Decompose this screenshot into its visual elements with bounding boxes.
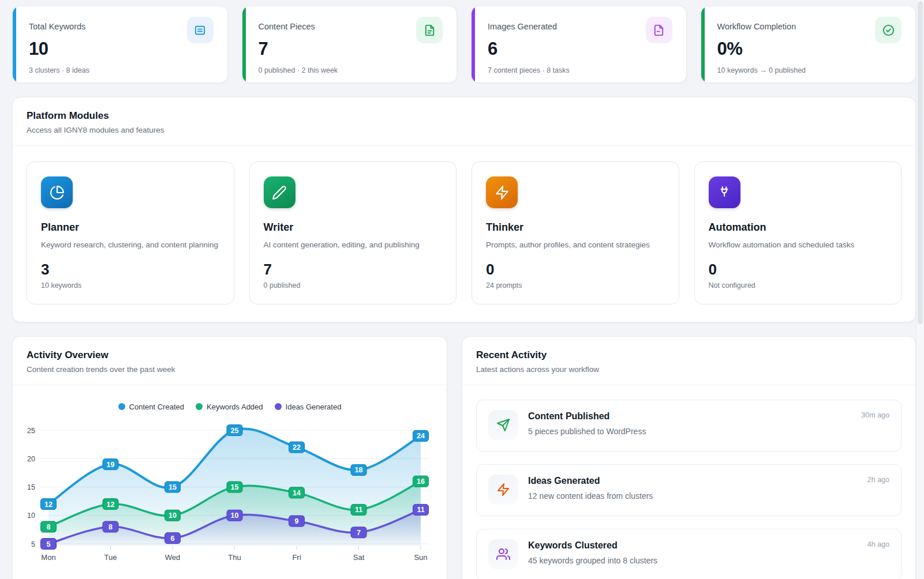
stat-value: 10 — [29, 39, 214, 59]
module-count: 7 — [264, 261, 443, 279]
pencil-icon — [264, 176, 295, 208]
activity-description: 45 keywords grouped into 8 clusters — [528, 556, 657, 565]
lightning-icon — [486, 176, 518, 208]
activity-title: Ideas Generated — [528, 476, 653, 486]
activity-title: Content Published — [528, 411, 646, 422]
stat-title: Images Generated — [488, 22, 557, 31]
module-card-automation[interactable]: Automation Workflow automation and sched… — [694, 161, 902, 304]
svg-text:Sun: Sun — [414, 553, 427, 562]
legend-label: Ideas Generated — [286, 403, 342, 411]
activity-item-content-published[interactable]: Content Published 5 pieces published to … — [476, 400, 901, 452]
module-count: 0 — [709, 261, 888, 279]
module-name: Writer — [264, 221, 443, 234]
recent-activity-subtitle: Latest actions across your workflow — [476, 365, 901, 374]
recent-activity-title: Recent Activity — [476, 349, 901, 361]
module-card-planner[interactable]: Planner Keyword research, clustering, an… — [27, 161, 234, 304]
legend-label: Content Created — [129, 403, 184, 411]
activity-timestamp: 2h ago — [867, 476, 889, 484]
stat-accent-bar — [472, 6, 475, 82]
stat-subtitle: 3 clusters · 8 ideas — [29, 66, 214, 74]
svg-text:25: 25 — [231, 426, 239, 434]
module-description: Prompts, author profiles, and content st… — [486, 239, 665, 251]
module-sub-label: 24 prompts — [486, 281, 665, 290]
activity-item-keywords-clustered[interactable]: Keywords Clustered 45 keywords grouped i… — [476, 529, 901, 579]
activity-trend-chart: 510152025MonTueWedThuFriSatSun1219152522… — [18, 416, 442, 579]
svg-text:Wed: Wed — [165, 553, 181, 562]
scrollbar-thumb[interactable] — [918, 1, 923, 324]
svg-text:Mon: Mon — [41, 553, 55, 562]
svg-text:Sat: Sat — [353, 553, 365, 562]
modules-title: Platform Modules — [27, 110, 901, 122]
svg-text:12: 12 — [107, 500, 115, 508]
recent-activity-panel: Recent Activity Latest actions across yo… — [462, 336, 916, 579]
svg-text:10: 10 — [27, 512, 35, 520]
svg-text:15: 15 — [231, 483, 239, 491]
stat-subtitle: 0 published · 2 this week — [259, 66, 443, 74]
stat-card-images-generated: Images Generated 6 7 content pieces · 8 … — [471, 6, 687, 83]
recent-activity-list: Content Published 5 pieces published to … — [462, 385, 915, 579]
pie-chart-icon — [41, 176, 73, 208]
dashboard-page: Total Keywords 10 3 clusters · 8 ideas C… — [0, 0, 924, 579]
stat-title: Total Keywords — [29, 22, 85, 31]
activity-description: 12 new content ideas from clusters — [528, 491, 653, 501]
activity-overview-subtitle: Content creation trends over the past we… — [27, 365, 433, 374]
list-icon — [187, 17, 214, 43]
legend-dot-green — [196, 403, 203, 410]
svg-text:15: 15 — [169, 483, 177, 491]
svg-text:10: 10 — [231, 512, 239, 520]
activity-overview-title: Activity Overview — [27, 349, 433, 361]
stat-card-content-pieces: Content Pieces 7 0 published · 2 this we… — [242, 6, 458, 83]
file-text-icon — [416, 17, 443, 43]
svg-text:6: 6 — [171, 535, 175, 543]
legend-item-ideas-generated[interactable]: Ideas Generated — [275, 403, 342, 411]
svg-text:11: 11 — [355, 506, 362, 514]
stat-accent-bar — [701, 6, 705, 82]
stat-card-workflow-completion: Workflow Completion 0% 10 keywords → 0 p… — [701, 6, 916, 83]
svg-text:8: 8 — [109, 523, 113, 531]
svg-text:20: 20 — [27, 455, 35, 463]
module-name: Planner — [41, 221, 220, 234]
svg-text:22: 22 — [293, 443, 301, 452]
modules-grid: Planner Keyword research, clustering, an… — [13, 146, 915, 322]
svg-text:25: 25 — [27, 426, 35, 434]
svg-text:5: 5 — [31, 540, 35, 548]
svg-text:14: 14 — [293, 489, 301, 497]
svg-text:12: 12 — [44, 500, 53, 508]
svg-text:8: 8 — [47, 523, 51, 531]
activity-title: Keywords Clustered — [528, 540, 657, 551]
activity-overview-panel: Activity Overview Content creation trend… — [12, 336, 447, 579]
stats-row: Total Keywords 10 3 clusters · 8 ideas C… — [12, 6, 916, 83]
vertical-scrollbar[interactable] — [916, 0, 924, 579]
send-icon — [488, 410, 518, 440]
module-card-thinker[interactable]: Thinker Prompts, author profiles, and co… — [472, 161, 679, 304]
module-count: 3 — [41, 261, 220, 279]
stat-value: 6 — [488, 39, 672, 59]
svg-text:Thu: Thu — [228, 553, 241, 562]
svg-text:7: 7 — [357, 529, 361, 537]
legend-dot-blue — [118, 403, 125, 410]
svg-text:19: 19 — [107, 461, 115, 469]
svg-text:10: 10 — [169, 512, 177, 520]
stat-title: Content Pieces — [259, 22, 315, 31]
module-description: Keyword research, clustering, and conten… — [41, 239, 220, 251]
legend-item-content-created[interactable]: Content Created — [118, 403, 184, 411]
legend-item-keywords-added[interactable]: Keywords Added — [196, 403, 263, 411]
svg-text:24: 24 — [417, 432, 425, 440]
svg-text:15: 15 — [27, 483, 35, 491]
stat-subtitle: 10 keywords → 0 published — [717, 66, 902, 74]
file-image-icon — [646, 17, 672, 43]
activity-item-ideas-generated[interactable]: Ideas Generated 12 new content ideas fro… — [476, 464, 901, 516]
platform-modules-panel: Platform Modules Access all IGNY8 module… — [12, 97, 916, 322]
svg-text:18: 18 — [355, 466, 363, 474]
module-card-writer[interactable]: Writer AI content generation, editing, a… — [249, 161, 457, 304]
module-name: Thinker — [486, 221, 665, 234]
svg-text:Fri: Fri — [292, 553, 301, 562]
svg-text:11: 11 — [417, 506, 424, 514]
module-description: Workflow automation and scheduled tasks — [709, 239, 888, 251]
module-sub-label: Not configured — [709, 281, 888, 290]
svg-text:Tue: Tue — [104, 553, 117, 562]
module-count: 0 — [486, 261, 665, 279]
module-sub-label: 0 published — [264, 281, 443, 290]
stat-subtitle: 7 content pieces · 8 tasks — [488, 66, 672, 74]
activity-description: 5 pieces published to WordPress — [528, 427, 646, 436]
